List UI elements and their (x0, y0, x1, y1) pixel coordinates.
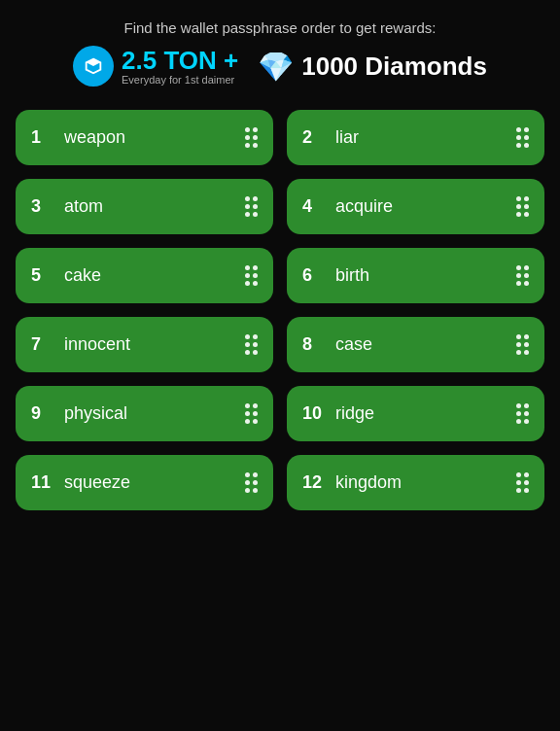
drag-dot (524, 212, 529, 217)
card-word: squeeze (64, 472, 130, 493)
drag-dot (245, 196, 250, 201)
drag-dot (524, 273, 529, 278)
word-card[interactable]: 6 birth (287, 248, 544, 303)
drag-dot (253, 342, 258, 347)
drag-dot (524, 127, 529, 132)
drag-dot (253, 212, 258, 217)
drag-dot (516, 143, 521, 148)
drag-dot (253, 419, 258, 424)
drag-dot (524, 281, 529, 286)
card-left: 4 acquire (302, 196, 393, 217)
drag-dot (253, 488, 258, 493)
drag-dot (524, 204, 529, 209)
word-card[interactable]: 9 physical (16, 386, 273, 441)
drag-dot (253, 273, 258, 278)
drag-dot (524, 135, 529, 140)
drag-dot (516, 480, 521, 485)
card-left: 1 weapon (31, 127, 125, 148)
word-card[interactable]: 2 liar (287, 110, 544, 165)
instruction-text: Find the wallet passphrase order to get … (124, 19, 437, 36)
drag-dot (516, 127, 521, 132)
word-card[interactable]: 12 kingdom (287, 455, 544, 510)
drag-dot (245, 403, 250, 408)
drag-dot (253, 281, 258, 286)
word-card[interactable]: 10 ridge (287, 386, 544, 441)
drag-icon (516, 127, 529, 148)
card-number: 10 (302, 403, 322, 424)
card-number: 1 (31, 127, 51, 148)
drag-dot (524, 488, 529, 493)
drag-dot (253, 127, 258, 132)
drag-dot (245, 127, 250, 132)
drag-dot (516, 135, 521, 140)
drag-dot (524, 143, 529, 148)
drag-dot (245, 342, 250, 347)
drag-dot (516, 411, 521, 416)
card-left: 8 case (302, 334, 372, 355)
drag-dot (524, 419, 529, 424)
drag-icon (245, 127, 258, 148)
word-card[interactable]: 11 squeeze (16, 455, 273, 510)
card-word: atom (64, 196, 103, 217)
drag-dot (253, 403, 258, 408)
drag-dot (253, 350, 258, 355)
drag-dot (524, 350, 529, 355)
drag-dot (524, 334, 529, 339)
drag-dot (245, 212, 250, 217)
drag-dot (524, 403, 529, 408)
drag-dot (253, 135, 258, 140)
word-card[interactable]: 5 cake (16, 248, 273, 303)
drag-dot (516, 273, 521, 278)
word-card[interactable]: 1 weapon (16, 110, 273, 165)
drag-dot (253, 143, 258, 148)
card-number: 4 (302, 196, 322, 217)
card-left: 7 innocent (31, 334, 130, 355)
drag-dot (245, 480, 250, 485)
card-number: 5 (31, 265, 51, 286)
drag-dot (245, 273, 250, 278)
card-word: innocent (64, 334, 130, 355)
card-number: 11 (31, 472, 51, 493)
drag-icon (516, 265, 529, 286)
diamond-section: 💎 1000 Diamonds (258, 50, 487, 84)
drag-dot (524, 480, 529, 485)
word-card[interactable]: 3 atom (16, 179, 273, 234)
drag-dot (253, 480, 258, 485)
drag-dot (524, 411, 529, 416)
card-number: 2 (302, 127, 322, 148)
drag-dot (245, 265, 250, 270)
word-card[interactable]: 4 acquire (287, 179, 544, 234)
card-word: liar (335, 127, 359, 148)
card-number: 9 (31, 403, 51, 424)
drag-dot (516, 350, 521, 355)
drag-dot (516, 204, 521, 209)
card-left: 3 atom (31, 196, 103, 217)
drag-dot (245, 472, 250, 477)
drag-dot (524, 265, 529, 270)
ton-icon (73, 46, 114, 87)
card-word: ridge (335, 403, 374, 424)
word-card[interactable]: 8 case (287, 317, 544, 372)
drag-dot (516, 265, 521, 270)
drag-dot (524, 196, 529, 201)
word-card[interactable]: 7 innocent (16, 317, 273, 372)
card-left: 9 physical (31, 403, 127, 424)
drag-dot (245, 488, 250, 493)
drag-icon (245, 196, 258, 217)
drag-icon (245, 334, 258, 355)
ton-amount: 2.5 TON + (122, 47, 238, 75)
drag-dot (516, 488, 521, 493)
ton-section: 2.5 TON + Everyday for 1st daimer (73, 46, 238, 87)
diamond-icon: 💎 (258, 50, 294, 84)
card-word: kingdom (335, 472, 402, 493)
card-word: case (335, 334, 372, 355)
svg-marker-1 (87, 59, 101, 66)
card-left: 6 birth (302, 265, 369, 286)
drag-dot (516, 403, 521, 408)
drag-dot (245, 204, 250, 209)
drag-dot (245, 334, 250, 339)
drag-dot (253, 196, 258, 201)
card-left: 5 cake (31, 265, 101, 286)
drag-dot (245, 411, 250, 416)
card-word: weapon (64, 127, 125, 148)
